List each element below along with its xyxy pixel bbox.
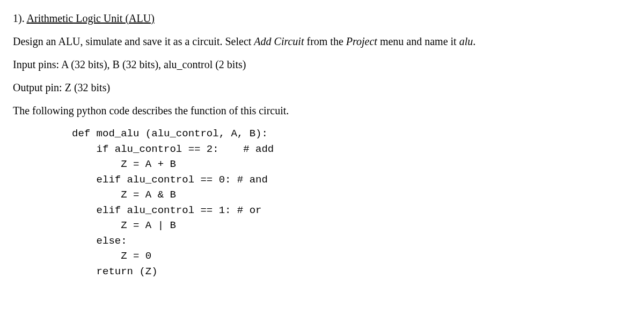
code-line: elif alu_control == 1: # or — [72, 204, 261, 216]
code-block: def mod_alu (alu_control, A, B): if alu_… — [72, 126, 631, 279]
paragraph-output-pin: Output pin: Z (32 bits) — [13, 80, 631, 96]
code-line: if alu_control == 2: # add — [72, 143, 274, 155]
italic-add-circuit: Add Circuit — [254, 35, 304, 47]
heading-number: 1). — [13, 12, 27, 24]
code-line: elif alu_control == 0: # and — [72, 174, 268, 186]
paragraph-design: Design an ALU, simulate and save it as a… — [13, 34, 631, 49]
code-line: Z = A + B — [72, 158, 176, 170]
text: menu and name it — [377, 35, 459, 47]
italic-alu: alu — [459, 35, 473, 47]
code-line: def mod_alu (alu_control, A, B): — [72, 128, 268, 140]
code-line: Z = A | B — [72, 219, 176, 231]
code-line: return (Z) — [72, 266, 158, 277]
heading-title: Arithmetic Logic Unit (ALU) — [27, 12, 155, 24]
code-line: Z = A & B — [72, 189, 176, 201]
section-heading: 1). Arithmetic Logic Unit (ALU) — [13, 11, 631, 26]
paragraph-input-pins: Input pins: A (32 bits), B (32 bits), al… — [13, 57, 631, 72]
paragraph-code-intro: The following python code describes the … — [13, 103, 631, 119]
text: from the — [304, 35, 346, 47]
code-line: else: — [72, 235, 127, 247]
text: . — [473, 35, 475, 47]
text: Design an ALU, simulate and save it as a… — [13, 35, 254, 47]
italic-project: Project — [346, 35, 377, 47]
code-line: Z = 0 — [72, 250, 151, 262]
